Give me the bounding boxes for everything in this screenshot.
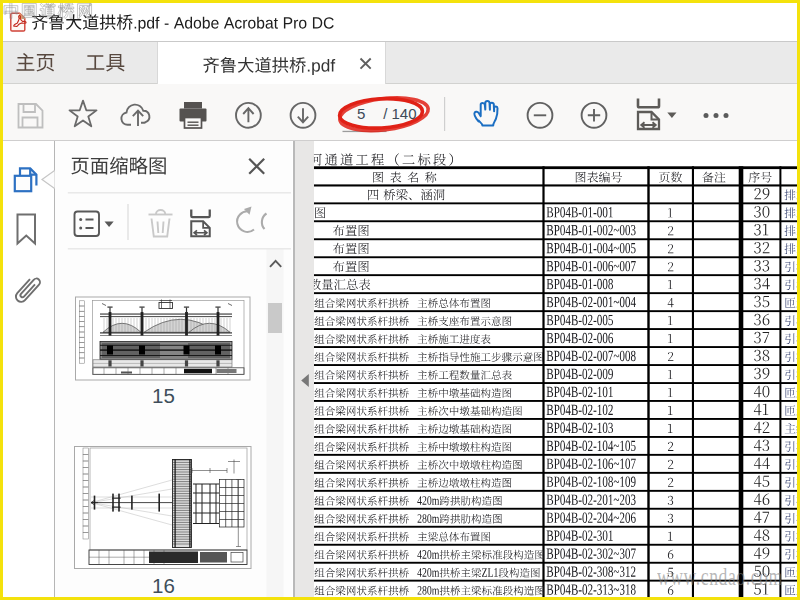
- svg-text:15: 15: [152, 384, 175, 407]
- svg-text:16: 16: [152, 574, 175, 597]
